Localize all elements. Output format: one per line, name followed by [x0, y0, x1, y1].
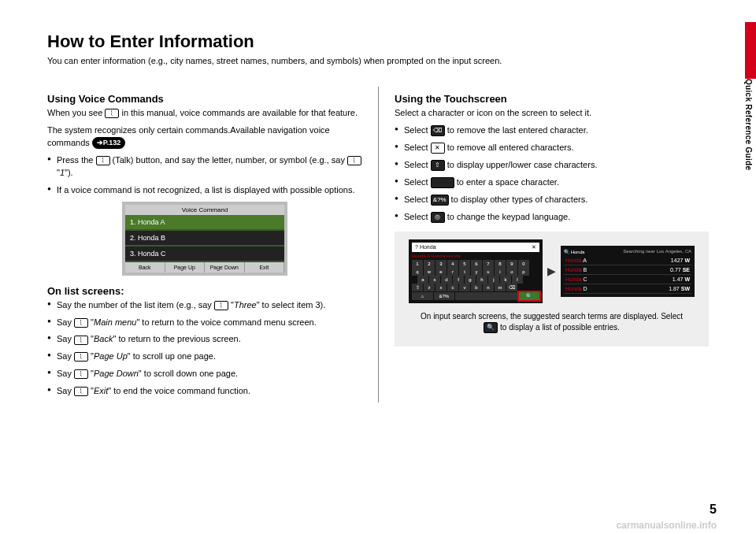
kb-row-3: ⇧zxcvbnm⌫: [412, 284, 539, 291]
vc-bottom: Back Page Up Page Down Exit: [125, 262, 284, 273]
results-screenshot: 🔍 HondaSearching near Los Angeles, CA Ho…: [561, 246, 695, 297]
page-title: How to Enter Information: [47, 32, 709, 52]
talk-icon: ⦚: [214, 301, 228, 310]
vc-row-3: 3. Honda C: [125, 247, 284, 262]
kb-row-nums: 1234567890: [412, 260, 539, 268]
voice-command-screenshot: Voice Command 1. Honda A 2. Honda B 3. H…: [122, 202, 287, 276]
symbols-icon: &?%: [431, 195, 449, 206]
talk-icon: ⦚: [74, 387, 88, 396]
heading-touchscreen: Using the Touchscreen: [395, 93, 709, 105]
list-bullet-1: Say the number of the list item (e.g., s…: [47, 299, 362, 312]
search-key-highlighted: 🔍: [519, 292, 540, 300]
list-bullet-2: Say ⦚ "Main menu" to return to the voice…: [47, 317, 362, 329]
page-subtitle: You can enter information (e.g., city na…: [47, 55, 709, 68]
talk-icon: ⦚: [74, 352, 88, 362]
touch-intro: Select a character or icon on the screen…: [395, 107, 709, 120]
talk-icon: ⦚: [74, 369, 88, 379]
touchscreen-illustration: ?Honda✕ Honda A Honda Honda 1234567890 q…: [395, 232, 709, 347]
keyboard-screenshot: ?Honda✕ Honda A Honda Honda 1234567890 q…: [409, 239, 543, 303]
voice-intro-1: When you see ⦚ in this manual, voice com…: [47, 107, 362, 120]
backspace-icon: ⌫: [431, 125, 445, 136]
touch-bullet-clear: Select ✕ to remove all entered character…: [395, 142, 709, 154]
col-right: Using the Touchscreen Select a character…: [378, 87, 709, 402]
touch-bullets: Select ⌫ to remove the last entered char…: [395, 124, 709, 224]
search-icon: 🔍: [484, 322, 498, 333]
shift-icon: ⇧: [431, 160, 445, 171]
talk-icon: ⦚: [74, 336, 88, 345]
talk-icon: ⦚: [96, 156, 110, 165]
page: How to Enter Information You can enter i…: [0, 0, 756, 534]
list-bullet-3: Say ⦚ "Back" to return to the previous s…: [47, 333, 362, 346]
talk-icon: ⦚: [105, 109, 119, 118]
vc-btn-pagedown: Page Down: [205, 262, 245, 273]
list-bullet-5: Say ⦚ "Page Down" to scroll down one pag…: [47, 368, 362, 380]
vc-btn-back: Back: [125, 262, 165, 273]
arrow-icon: ▶: [547, 265, 556, 277]
columns: Using Voice Commands When you see ⦚ in t…: [47, 87, 709, 402]
touch-bullet-space: Select to enter a space character.: [395, 176, 709, 189]
voice-bullets: Press the ⦚ (Talk) button, and say the l…: [47, 154, 362, 197]
space-icon: [431, 177, 454, 188]
touchscreen-note: On input search screens, the suggested s…: [402, 311, 701, 334]
page-ref-pill: ➔P.132: [92, 137, 125, 149]
talk-icon: ⦚: [347, 156, 361, 165]
page-number: 5: [710, 502, 717, 517]
vc-row-1: 1. Honda A: [125, 215, 284, 231]
touch-bullet-language: Select ◎ to change the keypad language.: [395, 211, 709, 224]
vc-title: Voice Command: [125, 205, 284, 215]
list-bullet-6: Say ⦚ "Exit" to end the voice command fu…: [47, 385, 362, 398]
touch-bullet-symbols: Select &?% to display other types of cha…: [395, 194, 709, 206]
col-left: Using Voice Commands When you see ⦚ in t…: [47, 87, 378, 402]
kb-row-1: qwertyuiop: [412, 268, 539, 276]
touch-bullet-backspace: Select ⌫ to remove the last entered char…: [395, 124, 709, 137]
voice-bullet-2: If a voice command is not recognized, a …: [47, 184, 362, 197]
list-bullets: Say the number of the list item (e.g., s…: [47, 299, 362, 399]
kb-suggestions: Honda A Honda Honda: [412, 254, 539, 258]
vc-btn-pageup: Page Up: [165, 262, 206, 273]
kb-row-2: asdfghjkl: [412, 276, 539, 284]
watermark: carmanualsonline.info: [617, 520, 717, 531]
vc-row-2: 2. Honda B: [125, 231, 284, 247]
voice-intro-2: The system recognizes only certain comma…: [47, 124, 362, 150]
touch-bullet-shift: Select ⇧ to display upper/lower case cha…: [395, 159, 709, 172]
voice-bullet-1: Press the ⦚ (Talk) button, and say the l…: [47, 154, 362, 180]
globe-icon: ◎: [431, 212, 445, 223]
vc-btn-exit: Exit: [245, 262, 285, 273]
talk-icon: ⦚: [74, 318, 88, 328]
kb-row-bottom: ⌂&?% 🔍: [412, 292, 539, 300]
heading-voice-commands: Using Voice Commands: [47, 93, 362, 105]
list-bullet-4: Say ⦚ "Page Up" to scroll up one page.: [47, 350, 362, 363]
clear-icon: ✕: [431, 143, 445, 154]
heading-list-screens: On list screens:: [47, 285, 362, 297]
